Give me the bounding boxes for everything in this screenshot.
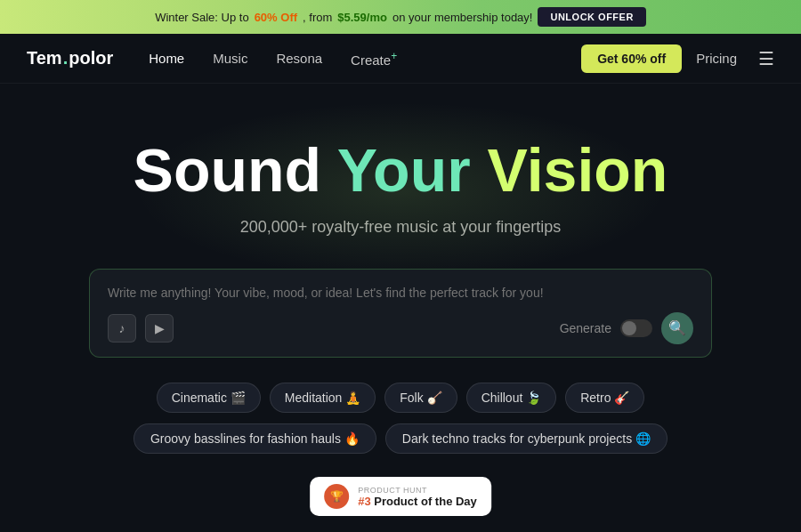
- chips-row-2: Groovy basslines for fashion hauls 🔥 Dar…: [0, 423, 801, 454]
- ph-text: PRODUCT HUNT #3 Product of the Day: [358, 486, 477, 508]
- chip-dark-techno[interactable]: Dark techno tracks for cyberpunk project…: [385, 423, 668, 454]
- nav-home[interactable]: Home: [149, 51, 184, 66]
- banner-price: $5.59/mo: [337, 11, 387, 24]
- search-footer-right: Generate 🔍: [560, 312, 693, 344]
- chip-chillout[interactable]: Chillout 🍃: [466, 383, 557, 413]
- banner-text-after: on your membership today!: [392, 11, 533, 24]
- nav-links: Home Music Resona Create+: [149, 50, 581, 68]
- navbar: Tem.polor Home Music Resona Create+ Get …: [0, 34, 801, 84]
- banner-discount: 60% Off: [255, 11, 297, 24]
- music-note-icon[interactable]: ♪: [108, 314, 136, 343]
- top-banner: Winter Sale: Up to 60% Off , from $5.59/…: [0, 0, 801, 34]
- nav-create[interactable]: Create+: [351, 50, 397, 68]
- hero-title: Sound Your Vision: [0, 137, 801, 204]
- product-hunt-icon: 🏆: [324, 484, 349, 509]
- generate-toggle[interactable]: [620, 319, 652, 337]
- title-your: Your: [337, 136, 471, 204]
- search-go-button[interactable]: 🔍: [661, 312, 693, 344]
- hamburger-icon[interactable]: ☰: [758, 48, 774, 69]
- hero-section: Sound Your Vision 200,000+ royalty-free …: [0, 84, 801, 454]
- hero-subtitle: 200,000+ royalty-free music at your fing…: [0, 218, 801, 237]
- chip-groovy[interactable]: Groovy basslines for fashion hauls 🔥: [134, 423, 376, 454]
- chip-retro[interactable]: Retro 🎸: [565, 383, 644, 413]
- logo[interactable]: Tem.polor: [27, 48, 113, 69]
- logo-text: Tem: [27, 48, 62, 69]
- search-icons-left: ♪ ▶: [108, 314, 174, 343]
- nav-music[interactable]: Music: [213, 51, 247, 66]
- play-video-icon[interactable]: ▶: [145, 314, 174, 343]
- chip-folk[interactable]: Folk 🪕: [384, 383, 457, 413]
- product-hunt-badge[interactable]: 🏆 PRODUCT HUNT #3 Product of the Day: [310, 477, 491, 516]
- search-footer: ♪ ▶ Generate 🔍: [108, 312, 693, 344]
- nav-resona[interactable]: Resona: [276, 51, 322, 66]
- unlock-offer-button[interactable]: UNLOCK OFFER: [538, 7, 645, 27]
- banner-text-before: Winter Sale: Up to: [155, 11, 249, 24]
- title-sound: Sound: [134, 136, 322, 204]
- banner-text-middle: , from: [303, 11, 332, 24]
- generate-label: Generate: [560, 321, 611, 335]
- ph-label: PRODUCT HUNT: [358, 486, 477, 495]
- search-input[interactable]: [108, 286, 693, 300]
- ph-rank: #3 Product of the Day: [358, 495, 477, 508]
- search-box: ♪ ▶ Generate 🔍: [89, 269, 712, 358]
- chip-meditation[interactable]: Meditation 🧘: [270, 383, 376, 413]
- chip-cinematic[interactable]: Cinematic 🎬: [157, 383, 261, 413]
- nav-right: Get 60% off Pricing ☰: [581, 44, 774, 73]
- title-vision: Vision: [488, 136, 668, 204]
- pricing-link[interactable]: Pricing: [696, 51, 737, 66]
- get-offer-button[interactable]: Get 60% off: [581, 44, 682, 73]
- toggle-knob: [622, 321, 636, 335]
- chips-row-1: Cinematic 🎬 Meditation 🧘 Folk 🪕 Chillout…: [0, 383, 801, 413]
